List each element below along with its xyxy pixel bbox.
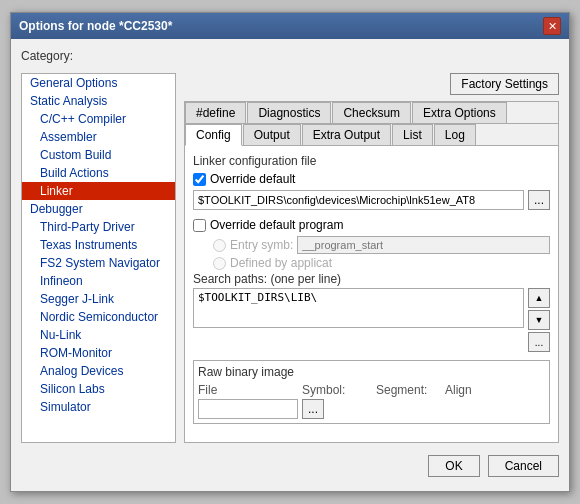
search-browse-button[interactable]: ... — [528, 332, 550, 352]
category-item-nu-link[interactable]: Nu-Link — [22, 326, 175, 344]
factory-settings-button[interactable]: Factory Settings — [450, 73, 559, 95]
override-default-row: Override default — [193, 172, 550, 186]
override-program-checkbox[interactable] — [193, 219, 206, 232]
category-item-linker[interactable]: Linker► — [22, 182, 175, 200]
category-item-custom-build[interactable]: Custom Build — [22, 146, 175, 164]
defined-by-label: Defined by applicat — [230, 256, 332, 270]
override-program-row: Override default program — [193, 218, 550, 232]
config-browse-button[interactable]: ... — [528, 190, 550, 210]
close-button[interactable]: ✕ — [543, 17, 561, 35]
tabs-container: #defineDiagnosticsChecksumExtra Options … — [184, 101, 559, 443]
defined-by-radio[interactable] — [213, 257, 226, 270]
category-item-debugger[interactable]: Debugger — [22, 200, 175, 218]
tab1-checksum[interactable]: Checksum — [332, 102, 411, 123]
category-label: Category: — [21, 49, 559, 63]
tabs-row1: #defineDiagnosticsChecksumExtra Options — [185, 102, 558, 124]
tab2-config[interactable]: Config — [185, 124, 242, 146]
right-panel: Factory Settings #defineDiagnosticsCheck… — [184, 73, 559, 443]
tab-content: Linker configuration file Override defau… — [185, 146, 558, 432]
category-panel[interactable]: General OptionsStatic AnalysisC/C++ Comp… — [21, 73, 176, 443]
col-file: File — [198, 383, 298, 397]
tab2-extra-output[interactable]: Extra Output — [302, 124, 391, 145]
category-item-cpp-compiler[interactable]: C/C++ Compiler — [22, 110, 175, 128]
tab1-diagnostics[interactable]: Diagnostics — [247, 102, 331, 123]
category-item-segger-jlink[interactable]: Segger J-Link — [22, 290, 175, 308]
col-align: Align — [445, 383, 472, 397]
category-item-assembler[interactable]: Assembler — [22, 128, 175, 146]
defined-by-row: Defined by applicat — [193, 256, 550, 270]
linker-config-label: Linker configuration file — [193, 154, 550, 168]
search-paths-label-row: Search paths: (one per line) — [193, 272, 550, 286]
raw-file-input[interactable] — [198, 399, 298, 419]
category-item-silicon-labs[interactable]: Silicon Labs — [22, 380, 175, 398]
scroll-down-button[interactable]: ▼ — [528, 310, 550, 330]
category-item-nordic-semiconductor[interactable]: Nordic Semiconductor — [22, 308, 175, 326]
category-item-analog-devices[interactable]: Analog Devices — [22, 362, 175, 380]
raw-browse-button[interactable]: ... — [302, 399, 324, 419]
cancel-button[interactable]: Cancel — [488, 455, 559, 477]
tab1-define[interactable]: #define — [185, 102, 246, 123]
tab1-extra-options[interactable]: Extra Options — [412, 102, 507, 123]
category-item-simulator[interactable]: Simulator — [22, 398, 175, 416]
main-content: General OptionsStatic AnalysisC/C++ Comp… — [21, 73, 559, 443]
search-paths-input[interactable]: $TOOLKIT_DIRS\LIB\ — [193, 288, 524, 328]
tab2-output[interactable]: Output — [243, 124, 301, 145]
override-default-checkbox[interactable] — [193, 173, 206, 186]
override-default-label: Override default — [210, 172, 295, 186]
raw-binary-input-row: ... — [198, 399, 545, 419]
category-item-general-options[interactable]: General Options — [22, 74, 175, 92]
factory-settings-row: Factory Settings — [184, 73, 559, 95]
footer: OK Cancel — [21, 451, 559, 481]
category-item-build-actions[interactable]: Build Actions — [22, 164, 175, 182]
tabs-row2: ConfigOutputExtra OutputListLog — [185, 124, 558, 146]
override-program-label: Override default program — [210, 218, 343, 232]
category-item-texas-instruments[interactable]: Texas Instruments — [22, 236, 175, 254]
search-paths-area: $TOOLKIT_DIRS\LIB\ ▲ ▼ ... — [193, 288, 550, 352]
search-paths-label: Search paths: (one per line) — [193, 272, 341, 286]
config-path-input[interactable] — [193, 190, 524, 210]
entry-symb-radio[interactable] — [213, 239, 226, 252]
window-body: Category: General OptionsStatic Analysis… — [11, 39, 569, 491]
search-paths-buttons: ▲ ▼ ... — [528, 288, 550, 352]
raw-binary-section: Raw binary image File Symbol: Segment: A… — [193, 360, 550, 424]
col-symbol: Symbol: — [302, 383, 372, 397]
category-item-fs2-system-navigator[interactable]: FS2 System Navigator — [22, 254, 175, 272]
category-item-third-party-driver[interactable]: Third-Party Driver — [22, 218, 175, 236]
tab2-log[interactable]: Log — [434, 124, 476, 145]
config-path-row: ... — [193, 190, 550, 210]
tab2-list[interactable]: List — [392, 124, 433, 145]
category-item-static-analysis[interactable]: Static Analysis — [22, 92, 175, 110]
entry-symb-input[interactable] — [297, 236, 550, 254]
title-bar: Options for node *CC2530* ✕ — [11, 13, 569, 39]
raw-binary-header: Raw binary image — [198, 365, 545, 379]
category-item-infineon[interactable]: Infineon — [22, 272, 175, 290]
raw-binary-cols: File Symbol: Segment: Align — [198, 383, 545, 397]
window-title: Options for node *CC2530* — [19, 19, 172, 33]
entry-symb-row: Entry symb: — [193, 236, 550, 254]
category-item-rom-monitor[interactable]: ROM-Monitor — [22, 344, 175, 362]
entry-symb-label: Entry symb: — [230, 238, 293, 252]
col-segment: Segment: — [376, 383, 441, 397]
ok-button[interactable]: OK — [428, 455, 479, 477]
main-window: Options for node *CC2530* ✕ Category: Ge… — [10, 12, 570, 492]
scroll-up-button[interactable]: ▲ — [528, 288, 550, 308]
